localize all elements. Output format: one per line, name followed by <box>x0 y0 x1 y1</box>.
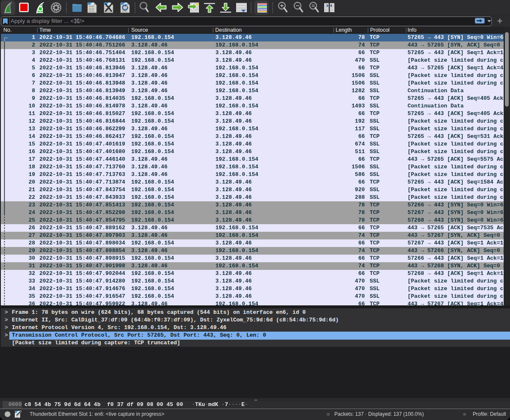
svg-text:0111: 0111 <box>89 10 94 13</box>
